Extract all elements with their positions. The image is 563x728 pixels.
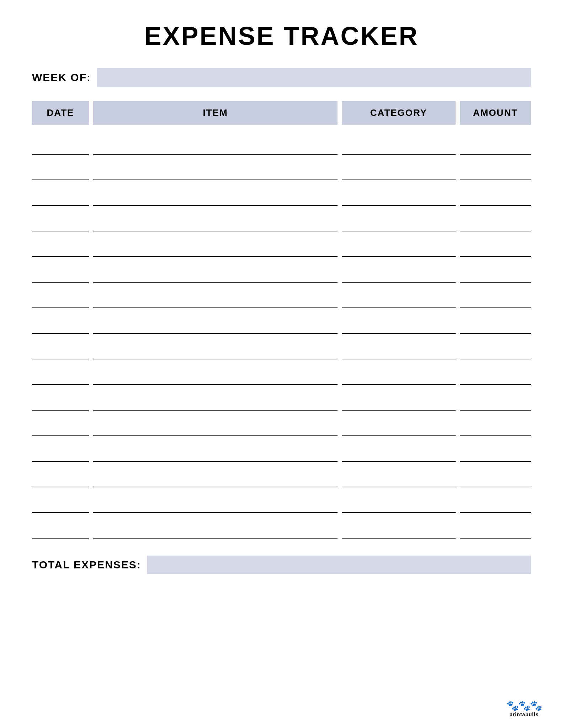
amount-cell[interactable] <box>460 347 531 359</box>
date-cell[interactable] <box>32 244 89 257</box>
date-cell[interactable] <box>32 295 89 308</box>
amount-cell[interactable] <box>460 398 531 411</box>
date-cell[interactable] <box>32 219 89 231</box>
item-cell[interactable] <box>93 526 338 539</box>
item-cell[interactable] <box>93 449 338 462</box>
item-cell[interactable] <box>93 347 338 359</box>
date-cell[interactable] <box>32 475 89 487</box>
category-cell[interactable] <box>342 167 456 180</box>
table-row <box>32 362 531 388</box>
amount-cell[interactable] <box>460 449 531 462</box>
amount-cell[interactable] <box>460 475 531 487</box>
table-row <box>32 516 531 541</box>
date-cell[interactable] <box>32 372 89 385</box>
amount-cell[interactable] <box>460 270 531 283</box>
page: EXPENSE TRACKER WEEK OF: DATE ITEM CATEG… <box>0 0 563 728</box>
total-input[interactable] <box>147 556 531 574</box>
table-row <box>32 465 531 490</box>
week-of-input[interactable] <box>97 68 531 87</box>
category-cell[interactable] <box>342 423 456 436</box>
amount-cell[interactable] <box>460 219 531 231</box>
header-category: CATEGORY <box>342 101 456 125</box>
table-row <box>32 157 531 183</box>
category-cell[interactable] <box>342 449 456 462</box>
amount-cell[interactable] <box>460 526 531 539</box>
item-cell[interactable] <box>93 167 338 180</box>
table-row <box>32 337 531 362</box>
item-cell[interactable] <box>93 244 338 257</box>
expense-table: DATE ITEM CATEGORY AMOUNT <box>32 101 531 541</box>
date-cell[interactable] <box>32 500 89 513</box>
amount-cell[interactable] <box>460 500 531 513</box>
amount-cell[interactable] <box>460 167 531 180</box>
item-cell[interactable] <box>93 475 338 487</box>
date-cell[interactable] <box>32 321 89 334</box>
date-cell[interactable] <box>32 347 89 359</box>
header-date: DATE <box>32 101 89 125</box>
category-cell[interactable] <box>342 270 456 283</box>
amount-cell[interactable] <box>460 193 531 206</box>
category-cell[interactable] <box>342 398 456 411</box>
category-cell[interactable] <box>342 500 456 513</box>
date-cell[interactable] <box>32 423 89 436</box>
item-cell[interactable] <box>93 423 338 436</box>
table-row <box>32 260 531 285</box>
table-rows <box>32 132 531 541</box>
category-cell[interactable] <box>342 372 456 385</box>
table-row <box>32 183 531 209</box>
week-of-label: WEEK OF: <box>32 71 91 84</box>
item-cell[interactable] <box>93 321 338 334</box>
category-cell[interactable] <box>342 475 456 487</box>
date-cell[interactable] <box>32 526 89 539</box>
date-cell[interactable] <box>32 167 89 180</box>
item-cell[interactable] <box>93 219 338 231</box>
watermark-text: printabulls <box>509 712 539 717</box>
amount-cell[interactable] <box>460 321 531 334</box>
item-cell[interactable] <box>93 270 338 283</box>
table-row <box>32 285 531 311</box>
table-row <box>32 234 531 260</box>
table-row <box>32 209 531 234</box>
amount-cell[interactable] <box>460 423 531 436</box>
table-row <box>32 132 531 157</box>
amount-cell[interactable] <box>460 244 531 257</box>
item-cell[interactable] <box>93 193 338 206</box>
table-row <box>32 388 531 413</box>
table-row <box>32 439 531 465</box>
table-header: DATE ITEM CATEGORY AMOUNT <box>32 101 531 125</box>
item-cell[interactable] <box>93 372 338 385</box>
item-cell[interactable] <box>93 398 338 411</box>
amount-cell[interactable] <box>460 142 531 155</box>
date-cell[interactable] <box>32 193 89 206</box>
item-cell[interactable] <box>93 142 338 155</box>
total-label: TOTAL EXPENSES: <box>32 559 141 571</box>
week-of-row: WEEK OF: <box>32 68 531 87</box>
date-cell[interactable] <box>32 270 89 283</box>
category-cell[interactable] <box>342 142 456 155</box>
amount-cell[interactable] <box>460 295 531 308</box>
amount-cell[interactable] <box>460 372 531 385</box>
header-item: ITEM <box>93 101 338 125</box>
category-cell[interactable] <box>342 526 456 539</box>
watermark: 🐾🐾🐾 printabulls <box>506 700 542 717</box>
table-row <box>32 413 531 439</box>
watermark-icon: 🐾🐾🐾 <box>506 700 542 712</box>
category-cell[interactable] <box>342 193 456 206</box>
category-cell[interactable] <box>342 219 456 231</box>
date-cell[interactable] <box>32 398 89 411</box>
category-cell[interactable] <box>342 347 456 359</box>
category-cell[interactable] <box>342 321 456 334</box>
date-cell[interactable] <box>32 449 89 462</box>
page-title: EXPENSE TRACKER <box>32 21 531 50</box>
total-row: TOTAL EXPENSES: <box>32 556 531 574</box>
table-row <box>32 490 531 516</box>
item-cell[interactable] <box>93 500 338 513</box>
item-cell[interactable] <box>93 295 338 308</box>
header-amount: AMOUNT <box>460 101 531 125</box>
category-cell[interactable] <box>342 295 456 308</box>
category-cell[interactable] <box>342 244 456 257</box>
table-row <box>32 311 531 337</box>
date-cell[interactable] <box>32 142 89 155</box>
